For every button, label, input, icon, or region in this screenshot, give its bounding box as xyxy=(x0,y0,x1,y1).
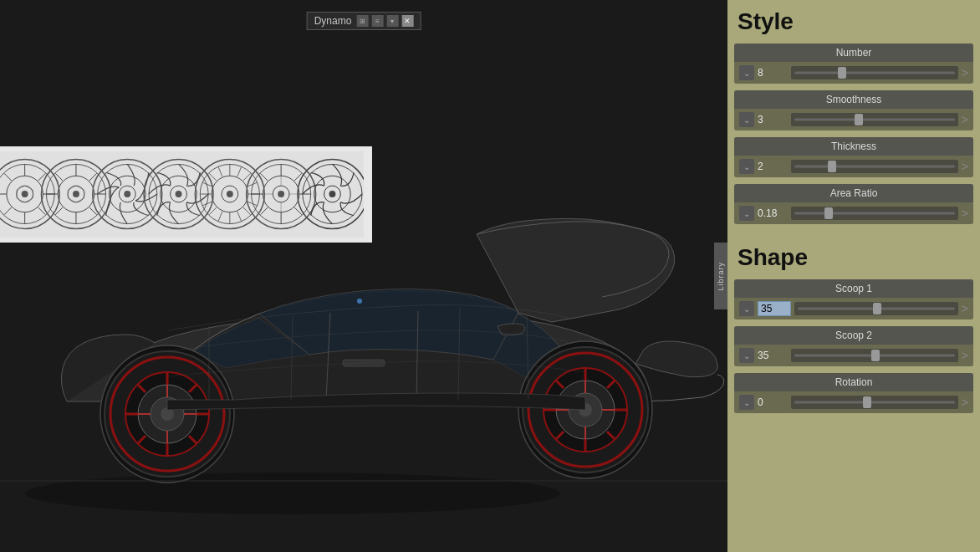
thickness-slider[interactable] xyxy=(791,160,958,173)
scoop2-value: 35 xyxy=(758,350,788,361)
dynamo-close-icon[interactable]: ✕ xyxy=(401,15,413,27)
svg-point-136 xyxy=(329,191,335,197)
rotation-header: Rotation xyxy=(734,373,973,391)
svg-point-1 xyxy=(25,473,560,514)
smoothness-value: 3 xyxy=(758,114,788,125)
area-ratio-slider[interactable] xyxy=(791,207,958,220)
smoothness-control-group: Smoothness ⌄ 3 > xyxy=(734,90,973,130)
smoothness-slider[interactable] xyxy=(791,113,958,126)
number-arrow[interactable]: > xyxy=(962,66,968,79)
rotation-arrow[interactable]: > xyxy=(962,396,968,409)
thickness-header: Thickness xyxy=(734,137,973,156)
scoop1-control-group: Scoop 1 ⌄ > xyxy=(734,279,973,319)
area-ratio-row: ⌄ 0.18 > xyxy=(734,202,973,224)
dynamo-bar[interactable]: Dynamo ⊞ ≡ ▾ ✕ xyxy=(307,12,421,30)
rotation-value: 0 xyxy=(758,396,788,408)
area-ratio-header: Area Ratio xyxy=(734,184,973,202)
3d-viewport: Dynamo ⊞ ≡ ▾ ✕ Library xyxy=(0,0,727,552)
thickness-arrow[interactable]: > xyxy=(962,160,968,173)
number-header: Number xyxy=(734,43,973,62)
area-ratio-arrow[interactable]: > xyxy=(962,207,968,220)
car-scene xyxy=(0,0,727,552)
thickness-value: 2 xyxy=(758,161,788,172)
thickness-chevron[interactable]: ⌄ xyxy=(739,159,754,174)
number-slider[interactable] xyxy=(791,66,958,79)
smoothness-header: Smoothness xyxy=(734,90,973,109)
scoop1-slider[interactable] xyxy=(794,302,958,315)
rotation-control-group: Rotation ⌄ 0 > xyxy=(734,373,973,413)
library-tab-label: Library xyxy=(717,262,725,291)
scoop1-row: ⌄ > xyxy=(734,298,973,319)
scoop1-arrow[interactable]: > xyxy=(962,302,968,315)
number-row: ⌄ 8 > xyxy=(734,62,973,84)
rotation-chevron[interactable]: ⌄ xyxy=(739,395,754,410)
wheel-strip-svg xyxy=(0,151,364,238)
rotation-row: ⌄ 0 > xyxy=(734,391,973,413)
dynamo-label: Dynamo xyxy=(314,15,352,27)
svg-point-69 xyxy=(73,191,79,197)
scoop2-row: ⌄ 35 > xyxy=(734,345,973,366)
dynamo-menu-icon[interactable]: ▾ xyxy=(386,15,398,27)
area-ratio-value: 0.18 xyxy=(758,207,788,219)
scoop2-slider[interactable] xyxy=(791,349,958,362)
style-section-title: Style xyxy=(738,8,973,35)
svg-point-93 xyxy=(176,191,182,197)
scoop2-chevron[interactable]: ⌄ xyxy=(739,348,754,363)
svg-point-88 xyxy=(124,191,130,197)
svg-point-98 xyxy=(227,191,233,197)
thickness-control-group: Thickness ⌄ 2 > xyxy=(734,137,973,177)
area-ratio-chevron[interactable]: ⌄ xyxy=(739,206,754,221)
library-tab[interactable]: Library xyxy=(714,243,727,309)
smoothness-row: ⌄ 3 > xyxy=(734,109,973,130)
scoop1-chevron[interactable]: ⌄ xyxy=(739,301,754,316)
right-panel: Style Number ⌄ 8 > Smoothness ⌄ 3 > Thi xyxy=(727,0,980,552)
shape-section-title: Shape xyxy=(738,244,973,271)
scoop1-input[interactable] xyxy=(758,301,791,316)
scoop2-arrow[interactable]: > xyxy=(962,349,968,362)
wheel-strip xyxy=(0,146,372,243)
thickness-row: ⌄ 2 > xyxy=(734,156,973,177)
scoop2-header: Scoop 2 xyxy=(734,326,973,345)
svg-point-50 xyxy=(22,191,28,197)
dynamo-icons: ⊞ ≡ ▾ ✕ xyxy=(356,15,413,27)
number-value: 8 xyxy=(758,67,788,79)
dynamo-list-icon[interactable]: ≡ xyxy=(371,15,383,27)
svg-point-119 xyxy=(278,191,284,197)
number-control-group: Number ⌄ 8 > xyxy=(734,43,973,84)
scoop1-header: Scoop 1 xyxy=(734,279,973,298)
dynamo-grid-icon[interactable]: ⊞ xyxy=(356,15,368,27)
area-ratio-control-group: Area Ratio ⌄ 0.18 > xyxy=(734,184,973,224)
number-chevron[interactable]: ⌄ xyxy=(739,65,754,80)
smoothness-arrow[interactable]: > xyxy=(962,113,968,126)
scoop2-control-group: Scoop 2 ⌄ 35 > xyxy=(734,326,973,366)
svg-point-44 xyxy=(357,299,362,304)
car-svg xyxy=(0,0,727,552)
smoothness-chevron[interactable]: ⌄ xyxy=(739,112,754,127)
rotation-slider[interactable] xyxy=(791,396,958,409)
